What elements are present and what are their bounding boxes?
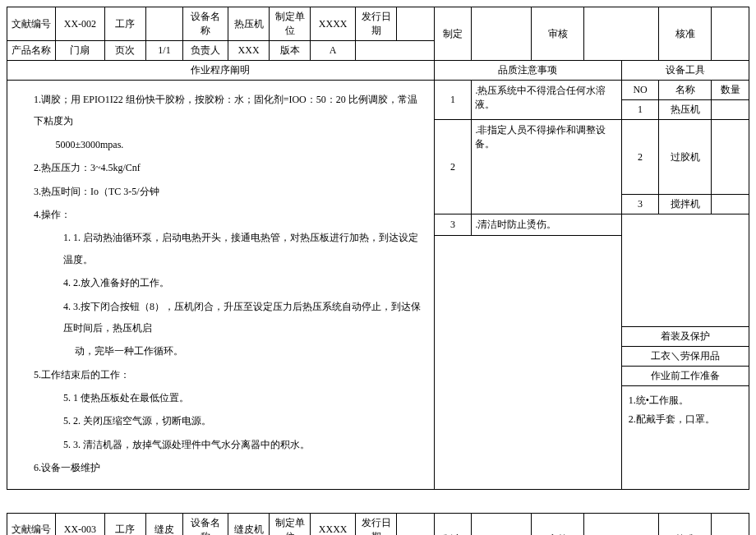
label-prod: 产品名称 bbox=[7, 41, 56, 61]
val-docno: XX-002 bbox=[56, 7, 104, 41]
label-proc: 工序 bbox=[104, 7, 145, 41]
section-procedure: 作业程序阐明 bbox=[7, 61, 435, 81]
val-docno: XX-003 bbox=[56, 513, 104, 535]
label-page: 页次 bbox=[104, 41, 145, 61]
label-issue: 发行日期 bbox=[356, 513, 397, 535]
val-equip: 热压机 bbox=[228, 7, 270, 41]
val-proc bbox=[145, 7, 183, 41]
quality-blank-2 bbox=[434, 347, 621, 367]
q-text-3: .清洁时防止烫伤。 bbox=[472, 214, 621, 236]
proc-1b: 5000±3000mpas. bbox=[24, 134, 426, 155]
label-equip: 设备名称 bbox=[183, 513, 228, 535]
proc-4: 4.操作： bbox=[24, 204, 426, 225]
tool-3-name: 搅拌机 bbox=[659, 195, 712, 214]
proc-53: 5. 3. 清洁机器，放掉气源处理件中气水分离器中的积水。 bbox=[24, 434, 426, 455]
proc-43a: 4. 3.按下闭合按钮（8），压机闭合，升压至设定压力后热压系统自动停止，到达保… bbox=[24, 296, 426, 339]
procedure-body: 1.调胶；用 EPIO1I22 组份快干胶粉，按胶粉：水；固化剂=IOO：50：… bbox=[7, 81, 435, 490]
proc-41: 1. 1. 启动热油循环泵，启动电热开头，接通电热管，对热压板进行加热，到达设定… bbox=[24, 227, 426, 270]
tool-col-qty: 数量 bbox=[712, 81, 749, 100]
sop-table-1: 文献编号 XX-002 工序 设备名称 热压机 制定单位 XXXX 发行日期 制… bbox=[7, 7, 749, 490]
label-issue: 发行日期 bbox=[356, 7, 397, 41]
val-issue bbox=[397, 7, 435, 41]
label-approve: 核准 bbox=[659, 7, 712, 61]
section-prep: 作业前工作准备 bbox=[621, 367, 749, 386]
tool-3-qty bbox=[712, 195, 749, 214]
proc-42: 4. 2.放入准备好的工作。 bbox=[24, 272, 426, 293]
val-issue bbox=[397, 513, 435, 535]
proc-1a: 1.调胶；用 EPIO1I22 组份快干胶粉，按胶粉：水；固化剂=IOO：50：… bbox=[24, 89, 426, 132]
label-make: 制定 bbox=[434, 7, 472, 61]
val-equip: 缝皮机 bbox=[228, 513, 270, 535]
quality-blank bbox=[434, 236, 621, 347]
tool-1-name: 热压机 bbox=[659, 100, 712, 120]
tool-1-no: 1 bbox=[621, 100, 659, 120]
val-resp: XXX bbox=[228, 41, 270, 61]
val-make bbox=[472, 513, 532, 535]
tool-2-no: 2 bbox=[621, 120, 659, 195]
tool-blank-2 bbox=[621, 236, 749, 309]
val-proc: 缝皮 bbox=[145, 513, 183, 535]
proc-43b: 动，完毕一种工作循环。 bbox=[24, 340, 426, 362]
quality-blank-3 bbox=[434, 367, 621, 386]
proc-2: 2.热压压力：3~4.5kg/Cnf bbox=[24, 157, 426, 178]
proc-6: 6.设备一极维护 bbox=[24, 457, 426, 478]
label-approve: 核准 bbox=[659, 513, 712, 535]
label-docno: 文献编号 bbox=[7, 513, 56, 535]
tool-blank-3 bbox=[621, 309, 749, 327]
sop-table-2: 文献编号 XX-003 工序 缝皮 设备名称 缝皮机 制定单位 XXXX 发行日… bbox=[7, 513, 749, 535]
val-unit: XXXX bbox=[311, 513, 356, 535]
tool-col-no: NO bbox=[621, 81, 659, 100]
cover-text: 工衣＼劳保用品 bbox=[621, 347, 749, 367]
prep-2: 2.配戴手套，口罩。 bbox=[629, 410, 742, 429]
label-review: 审核 bbox=[532, 7, 584, 61]
header-row-1: 文献编号 XX-002 工序 设备名称 热压机 制定单位 XXXX 发行日期 制… bbox=[7, 7, 749, 41]
q-text-1: .热压系统中不得混合任何水溶液。 bbox=[472, 81, 621, 120]
q-num-1: 1 bbox=[434, 81, 472, 120]
header-row-1: 文献编号 XX-003 工序 缝皮 设备名称 缝皮机 制定单位 XXXX 发行日… bbox=[7, 513, 749, 535]
label-make: 制定 bbox=[434, 513, 472, 535]
blank bbox=[356, 41, 435, 61]
tool-2-name: 过胶机 bbox=[659, 120, 712, 195]
label-unit: 制定单位 bbox=[270, 513, 311, 535]
label-docno: 文献编号 bbox=[7, 7, 56, 41]
q-num-2: 2 bbox=[434, 120, 472, 214]
quality-blank-4 bbox=[434, 386, 621, 490]
proc-52: 5. 2. 关闭压缩空气源，切断电源。 bbox=[24, 410, 426, 431]
label-resp: 负责人 bbox=[183, 41, 228, 61]
val-prod: 门扇 bbox=[56, 41, 104, 61]
val-page: 1/1 bbox=[145, 41, 183, 61]
val-unit: XXXX bbox=[311, 7, 356, 41]
proc-5: 5.工作结束后的工作： bbox=[24, 364, 426, 385]
label-equip: 设备名称 bbox=[183, 7, 228, 41]
val-make bbox=[472, 7, 532, 61]
label-proc: 工序 bbox=[104, 513, 145, 535]
prep-1: 1.统•工作服。 bbox=[629, 391, 742, 410]
section-cover: 着装及保护 bbox=[621, 327, 749, 347]
q-text-2: .非指定人员不得操作和调整设备。 bbox=[472, 120, 621, 214]
tool-1-qty bbox=[712, 100, 749, 120]
val-ver: A bbox=[311, 41, 356, 61]
val-approve bbox=[712, 513, 749, 535]
section-quality: 品质注意事项 bbox=[434, 61, 621, 81]
proc-51: 5. 1 使热压板处在最低位置。 bbox=[24, 387, 426, 408]
q-num-3: 3 bbox=[434, 214, 472, 236]
tool-3-no: 3 bbox=[621, 195, 659, 214]
val-review bbox=[584, 513, 659, 535]
label-unit: 制定单位 bbox=[270, 7, 311, 41]
tool-2-qty bbox=[712, 120, 749, 195]
tool-blank-1 bbox=[621, 214, 749, 236]
val-approve bbox=[712, 7, 749, 61]
section-tools: 设备工具 bbox=[621, 61, 749, 81]
val-review bbox=[584, 7, 659, 61]
proc-3: 3.热压时间：Io（TC 3-5/分钟 bbox=[24, 181, 426, 202]
prep-body: 1.统•工作服。 2.配戴手套，口罩。 bbox=[621, 386, 749, 490]
tool-col-name: 名称 bbox=[659, 81, 712, 100]
label-review: 审核 bbox=[532, 513, 584, 535]
section-header-row: 作业程序阐明 品质注意事项 设备工具 bbox=[7, 61, 749, 81]
label-ver: 版本 bbox=[270, 41, 311, 61]
